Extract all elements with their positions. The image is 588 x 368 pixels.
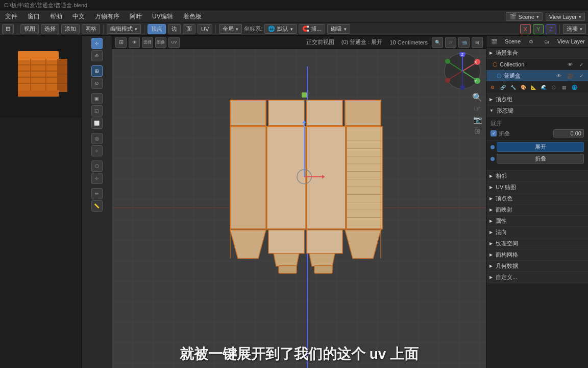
snap-btn[interactable]: 🧲 捕... [299,24,325,34]
zoom-to-fit-btn[interactable]: 🔍 [432,37,443,48]
obj-restrict-icon[interactable]: ✓ [577,71,586,80]
gizmo-y-btn[interactable]: Y [533,24,544,34]
view-menu[interactable]: 视图 [20,24,39,34]
snap-type-dropdown[interactable]: 磁吸 ▾ [327,24,350,34]
menu-help[interactable]: 帮助 [48,12,64,21]
texture-space-header[interactable]: ▶ 纹理空间 [486,238,588,249]
obj-eye-icon[interactable]: 👁 [554,71,564,80]
menu-file[interactable]: 文件 [3,12,19,21]
camera-btn[interactable]: 📷 [473,115,482,124]
prop-physics-icon[interactable]: ⬡ [549,82,559,93]
gizmo-z-btn[interactable]: Z [546,24,556,34]
vertex-group-header[interactable]: ▶ 顶点组 [486,94,588,105]
magnify-btn[interactable]: 🔍 [473,93,482,102]
menu-shading[interactable]: 着色板 [181,12,204,21]
uv-annotation[interactable]: ✏ [91,188,103,199]
material-header[interactable]: ▶ 相邻 [486,171,588,182]
global-dropdown[interactable]: 全局 ▾ [219,24,242,34]
select-menu[interactable]: 选择 [41,24,59,34]
menu-uv[interactable]: UV编辑 [150,12,175,21]
uv-cube-project[interactable]: ⬡ [91,160,103,172]
svg-rect-20 [347,127,382,229]
fold-value[interactable]: 0.00 [553,129,584,137]
uv-measure[interactable]: 📏 [91,200,103,212]
uv-select-tool[interactable]: ⊹ [91,38,103,49]
normals-header[interactable]: ▶ 法向 [486,227,588,238]
prop-object-icon[interactable]: ⚙ [487,82,498,93]
uv-rotate-tool[interactable]: ⊙ [91,78,103,89]
uv-btn[interactable]: UV [198,24,212,34]
uv-sphere[interactable]: ○ [91,145,103,156]
prop-shader-icon[interactable]: 🎨 [518,82,528,93]
options-dropdown[interactable]: 选项 ▾ [563,24,586,34]
viewport-canvas[interactable]: X Y Z [112,36,486,368]
mesh-display-header[interactable]: ▶ 面构网格 [486,249,588,261]
scene-settings-icon[interactable]: ⚙ [527,37,536,46]
uv-box-select[interactable]: ▣ [91,93,103,104]
view-layer-icon[interactable]: 🗂 [542,37,551,46]
uv-maps-header[interactable]: ▶ UV 贴图 [486,182,588,193]
main-viewport[interactable]: ⊞ 👁 选择 图像 UV 正交前视图 (0) 普通盒 : 展开 10 Centi… [112,36,486,368]
navigate-btn[interactable]: ☞ [445,37,456,48]
fold-label-btn[interactable]: 折叠 [497,154,584,164]
coord-label: 坐标系: [244,25,262,33]
uv-relax[interactable]: ◎ [91,133,103,144]
attributes-header[interactable]: ▶ 属性 [486,216,588,227]
prop-world-icon[interactable]: 🌐 [569,82,579,93]
menu-author[interactable]: 阿叶 [128,12,144,21]
face-map-header[interactable]: ▶ 面映射 [486,204,588,216]
gizmo-3d-svg[interactable]: X Y Z [444,52,482,90]
navigate-icon[interactable]: ☞ [70,365,77,368]
geometry-data-header[interactable]: ▶ 几何数据 [486,261,588,272]
navigate-hand-btn[interactable]: ☞ [473,104,482,113]
fold-checkbox[interactable]: ✓ [491,130,497,136]
coord-dropdown[interactable]: 🌐 默认 ▾ [264,24,297,34]
editor-type-btn[interactable]: ⊞ [2,24,14,34]
mode-dropdown[interactable]: 编辑模式 ▾ [107,24,141,34]
obj-cam-icon[interactable]: 🎥 [566,71,575,80]
collection-item[interactable]: ⬡ Collection 👁 ✓ [486,59,588,70]
menu-all[interactable]: 万物有序 [93,12,121,21]
uv-editor-icon[interactable]: ⊞ [115,37,127,48]
menu-lang[interactable]: 中文 [70,12,87,21]
scene-icon[interactable]: 🎬 [489,37,499,46]
view-3d-btn[interactable]: 📹 [458,37,470,48]
prop-constraints-icon[interactable]: 🔗 [498,82,508,93]
uv-move-tool[interactable]: ⊞ [91,65,103,77]
menu-window[interactable]: 窗口 [26,12,42,21]
prop-data-icon[interactable]: 📐 [528,82,538,93]
prop-particles-icon[interactable]: 🌊 [538,82,549,93]
uv-view-menu-btn[interactable]: 👁 [129,37,140,48]
shape-keys-header[interactable]: ▼ 形态键 [486,105,588,117]
face-mode-btn[interactable]: 面 [183,24,195,34]
uv-uv-menu[interactable]: UV [168,37,180,48]
uv-extrude[interactable]: ⬜ [91,118,103,129]
fold-row[interactable]: ✓ 折叠 0.00 [491,128,584,139]
vertex-mode-btn[interactable]: 顶点 [148,24,166,34]
uv-move-seam[interactable]: ⊹ [91,173,103,184]
custom-data-header[interactable]: ▶ 自定义... [486,272,588,283]
uv-select-menu[interactable]: 选择 [142,37,153,48]
scene-collection-header[interactable]: ▶ 场景集合 [486,48,588,59]
add-menu[interactable]: 添加 [61,24,80,34]
grid-btn[interactable]: ⊞ [473,126,482,135]
svg-text:Z: Z [461,53,464,56]
uv-inset[interactable]: ◱ [91,105,103,117]
prop-render-icon[interactable]: ▦ [559,82,569,93]
scene-dropdown[interactable]: 🎬 Scene ▾ [506,12,543,21]
uv-cursor-tool[interactable]: ⊕ [91,50,103,61]
mesh-menu[interactable]: 网格 [82,24,100,34]
expand-label-btn[interactable]: 展开 [497,142,584,152]
collection-restrict-icon[interactable]: ✓ [577,60,586,69]
collection-eye-icon[interactable]: 👁 [566,60,575,69]
edge-mode-btn[interactable]: 边 [168,24,181,34]
gizmo-x-btn[interactable]: X [520,24,531,34]
object-item[interactable]: ⬡ 普通盒 👁 🎥 ✓ [486,70,588,81]
uv-toolbar: ⊞ 👁 选择 图像 UV 正交前视图 (0) 普通盒 : 展开 10 Centi… [112,36,486,49]
grid-view-btn[interactable]: ⊞ [472,37,483,48]
preview-canvas [0,36,81,118]
vertex-colors-header[interactable]: ▶ 顶点色 [486,193,588,204]
uv-image-menu[interactable]: 图像 [155,37,166,48]
view-layer-dropdown[interactable]: View Layer ▾ [546,13,585,21]
prop-modifier-icon[interactable]: 🔧 [508,82,518,93]
